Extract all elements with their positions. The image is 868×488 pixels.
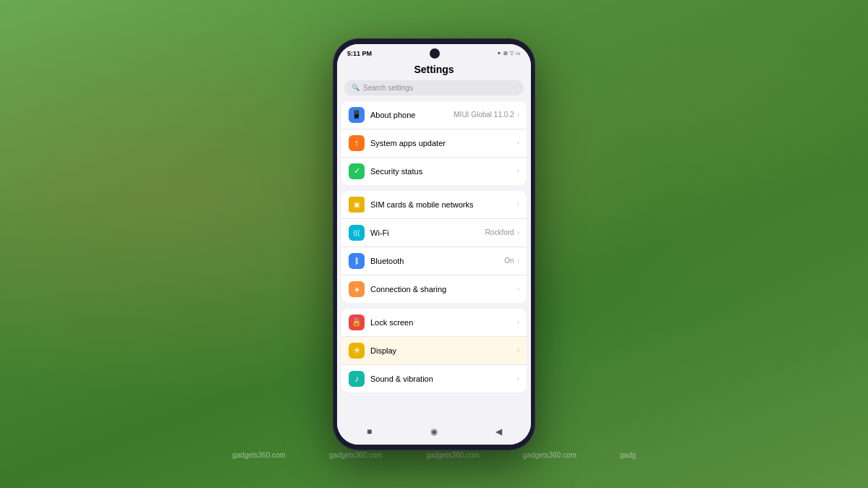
settings-item-connection[interactable]: ◈ Connection & sharing ›	[341, 275, 527, 303]
connection-label: Connection & sharing	[370, 285, 446, 294]
wifi-value: Rockford	[485, 228, 514, 236]
phone-scene: 5:11 PM ✦ ⊠ ▽ ▭ Settings 🔍 Search settin…	[311, 27, 557, 461]
settings-group-1: 📱 About phone MIUI Global 11.0.2 › ↑	[341, 101, 527, 185]
display-chevron: ›	[517, 346, 519, 354]
connection-chevron: ›	[517, 285, 519, 293]
sound-chevron: ›	[517, 374, 519, 382]
display-content: Display ›	[370, 346, 519, 355]
sim-label: SIM cards & mobile networks	[370, 200, 473, 209]
bluetooth-value: On	[504, 257, 514, 265]
settings-item-lock-screen[interactable]: 🔒 Lock screen ›	[341, 309, 527, 337]
settings-item-sound[interactable]: ♪ Sound & vibration ›	[341, 365, 527, 393]
settings-group-3: 🔒 Lock screen › ☀ Display ›	[341, 309, 527, 393]
bluetooth-label: Bluetooth	[370, 257, 404, 265]
about-phone-icon: 📱	[349, 107, 365, 123]
search-icon: 🔍	[352, 84, 359, 91]
display-icon: ☀	[349, 343, 365, 359]
sound-label: Sound & vibration	[370, 374, 433, 383]
settings-header: Settings	[337, 60, 531, 80]
nav-triangle-icon: ◀	[495, 427, 502, 437]
wifi-icon: ⊠	[503, 51, 508, 56]
search-placeholder: Search settings	[363, 84, 413, 92]
security-label: Security status	[370, 167, 422, 176]
about-phone-content: About phone MIUI Global 11.0.2 ›	[370, 111, 519, 119]
settings-group-2: ▣ SIM cards & mobile networks › ((( Wi-F…	[341, 191, 527, 303]
bluetooth-content: Bluetooth On ›	[370, 257, 519, 265]
about-phone-value: MIUI Global 11.0.2	[454, 111, 514, 119]
settings-item-sim[interactable]: ▣ SIM cards & mobile networks ›	[341, 191, 527, 219]
nav-square-icon: ■	[367, 427, 372, 437]
settings-item-bluetooth[interactable]: ᛒ Bluetooth On ›	[341, 247, 527, 275]
status-icons: ✦ ⊠ ▽ ▭	[497, 51, 521, 56]
wifi-label: Wi-Fi	[370, 228, 389, 237]
search-bar[interactable]: 🔍 Search settings	[344, 80, 524, 95]
bluetooth-setting-icon: ᛒ	[349, 253, 365, 269]
settings-list: 📱 About phone MIUI Global 11.0.2 › ↑	[337, 101, 531, 420]
bluetooth-chevron: ›	[517, 257, 519, 265]
wifi-chevron: ›	[517, 228, 519, 236]
about-phone-label: About phone	[370, 111, 415, 119]
system-apps-icon: ↑	[349, 135, 365, 151]
sound-content: Sound & vibration ›	[370, 374, 519, 383]
security-icon: ✓	[349, 163, 365, 179]
sound-icon: ♪	[349, 371, 365, 387]
settings-item-security[interactable]: ✓ Security status ›	[341, 158, 527, 185]
security-content: Security status ›	[370, 167, 519, 176]
connection-content: Connection & sharing ›	[370, 285, 519, 294]
bluetooth-icon: ✦	[497, 51, 501, 56]
settings-item-display[interactable]: ☀ Display ›	[341, 337, 527, 365]
phone-body: 5:11 PM ✦ ⊠ ▽ ▭ Settings 🔍 Search settin…	[333, 38, 535, 450]
battery-icon: ▭	[516, 51, 521, 56]
camera-notch	[430, 48, 440, 59]
wifi-content: Wi-Fi Rockford ›	[370, 228, 519, 237]
nav-square-button[interactable]: ■	[359, 424, 380, 439]
connection-icon: ◈	[349, 281, 365, 297]
system-apps-content: System apps updater ›	[370, 139, 519, 147]
system-apps-label: System apps updater	[370, 139, 446, 147]
sim-content: SIM cards & mobile networks ›	[370, 200, 519, 209]
sim-chevron: ›	[517, 200, 519, 208]
nav-circle-button[interactable]: ◉	[423, 424, 445, 439]
status-bar: 5:11 PM ✦ ⊠ ▽ ▭	[337, 44, 531, 60]
lock-screen-icon: 🔒	[349, 314, 365, 330]
settings-title: Settings	[414, 64, 454, 75]
security-chevron: ›	[517, 167, 519, 175]
lock-screen-content: Lock screen ›	[370, 318, 519, 327]
settings-item-system-apps[interactable]: ↑ System apps updater ›	[341, 129, 527, 158]
system-apps-chevron: ›	[517, 139, 519, 147]
about-phone-chevron: ›	[517, 111, 519, 119]
nav-bar: ■ ◉ ◀	[337, 420, 531, 445]
sim-icon: ▣	[349, 197, 365, 213]
nav-triangle-button[interactable]: ◀	[488, 424, 509, 439]
phone-screen: 5:11 PM ✦ ⊠ ▽ ▭ Settings 🔍 Search settin…	[337, 44, 531, 445]
lock-screen-label: Lock screen	[370, 318, 413, 327]
status-time: 5:11 PM	[347, 50, 372, 57]
display-label: Display	[370, 346, 396, 355]
nav-circle-icon: ◉	[430, 427, 438, 437]
settings-item-wifi[interactable]: ((( Wi-Fi Rockford ›	[341, 219, 527, 247]
signal-icon: ▽	[510, 51, 514, 56]
lock-screen-chevron: ›	[517, 318, 519, 326]
settings-item-about-phone[interactable]: 📱 About phone MIUI Global 11.0.2 ›	[341, 101, 527, 129]
wifi-setting-icon: (((	[349, 225, 365, 241]
